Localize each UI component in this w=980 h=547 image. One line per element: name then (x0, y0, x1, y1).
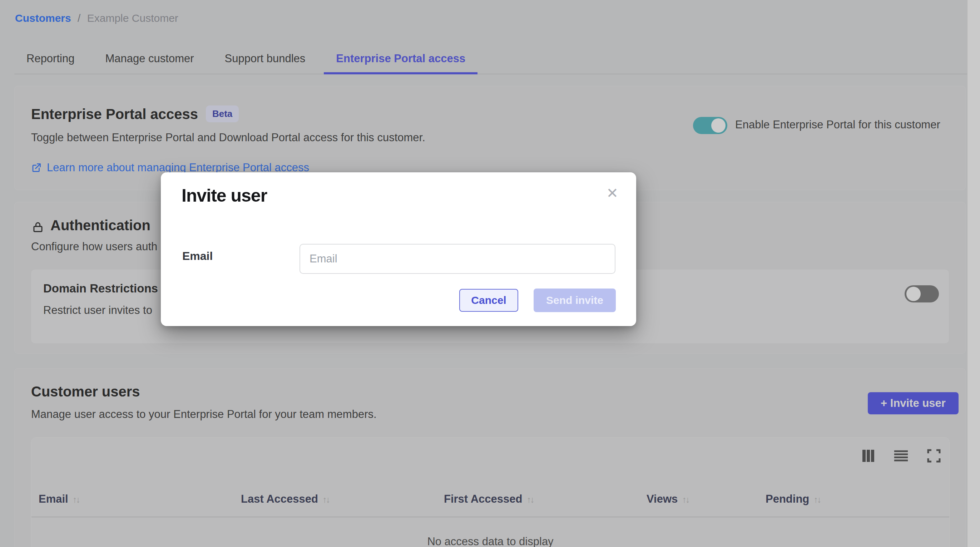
close-x-icon[interactable]: ✕ (606, 186, 618, 200)
invite-user-modal: Invite user ✕ Email Cancel Send invite (161, 172, 636, 326)
cancel-button[interactable]: Cancel (459, 289, 518, 312)
email-input[interactable] (299, 244, 616, 274)
modal-title: Invite user (181, 185, 267, 206)
send-invite-button[interactable]: Send invite (534, 289, 616, 312)
email-field-label: Email (182, 250, 213, 263)
